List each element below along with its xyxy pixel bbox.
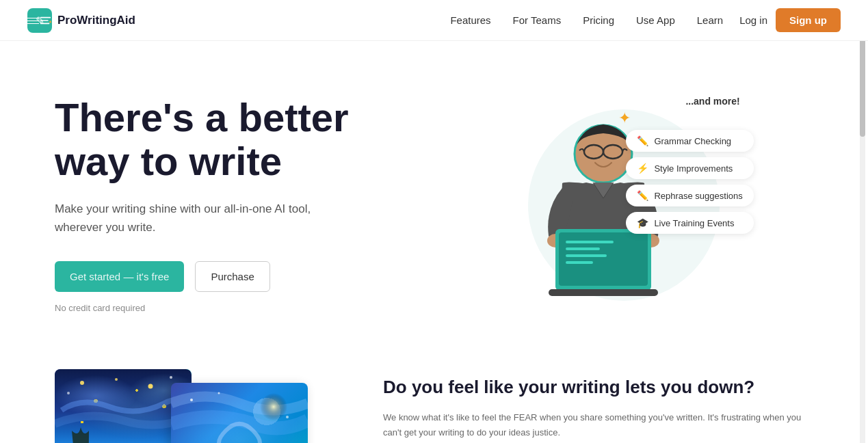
- logo-text: ProWritingAid: [57, 14, 135, 27]
- svg-rect-14: [566, 261, 593, 264]
- hero-title: There's a better way to write: [55, 96, 434, 183]
- nav-links: Features For Teams Pricing Use App Learn: [450, 14, 723, 26]
- feature-card-style-label: Style Improvements: [654, 163, 733, 174]
- svg-rect-12: [566, 247, 600, 250]
- svg-point-20: [67, 392, 70, 394]
- cta-primary-text: Get started: [70, 271, 120, 282]
- hero-illustration: ...and more! ✦: [494, 89, 754, 321]
- artwork-front-inner: [171, 383, 308, 443]
- svg-rect-11: [566, 241, 614, 243]
- svg-rect-13: [566, 254, 607, 257]
- star-badge: ✦: [618, 109, 631, 127]
- svg-rect-10: [559, 232, 648, 286]
- grammar-icon: ✏️: [637, 135, 648, 146]
- artwork-stack: My idea in my head: [55, 369, 301, 443]
- navbar: ProWritingAid Features For Teams Pricing…: [0, 0, 868, 41]
- login-button[interactable]: Log in: [739, 14, 767, 26]
- svg-rect-15: [549, 289, 658, 296]
- style-icon: ⚡: [637, 163, 648, 174]
- feature-card-style: ⚡ Style Improvements: [626, 157, 753, 179]
- nav-link-learn[interactable]: Learn: [697, 14, 723, 26]
- feature-card-training: 🎓 Live Training Events: [626, 212, 753, 234]
- svg-rect-0: [40, 16, 51, 18]
- feature-card-rephrase-label: Rephrase suggestions: [654, 191, 742, 201]
- hero-buttons: Get started — it's free Purchase: [55, 261, 434, 292]
- lower-left: My idea in my head: [55, 369, 328, 443]
- svg-point-23: [218, 392, 220, 394]
- feature-card-grammar: ✏️ Grammar Checking: [626, 130, 753, 152]
- get-started-button[interactable]: Get started — it's free: [55, 261, 184, 292]
- svg-point-21: [260, 393, 287, 420]
- lower-section: My idea in my head Do you feel like your…: [0, 355, 868, 443]
- lower-right: Do you feel like your writing lets you d…: [383, 369, 813, 440]
- rephrase-icon: ✏️: [637, 190, 648, 201]
- svg-point-24: [286, 416, 289, 418]
- feature-card-training-label: Live Training Events: [654, 218, 734, 228]
- svg-point-22: [190, 399, 193, 401]
- hero-right: ...and more! ✦: [434, 82, 814, 328]
- svg-point-16: [80, 381, 84, 385]
- section-text: We know what it's like to feel the FEAR …: [383, 410, 813, 440]
- feature-cards: ✏️ Grammar Checking ⚡ Style Improvements…: [626, 130, 753, 234]
- signup-button[interactable]: Sign up: [776, 8, 841, 32]
- svg-point-17: [115, 378, 118, 381]
- purchase-button[interactable]: Purchase: [195, 261, 269, 292]
- feature-card-grammar-label: Grammar Checking: [654, 136, 731, 146]
- hero-section: There's a better way to write Make your …: [0, 41, 868, 355]
- svg-point-18: [148, 384, 153, 389]
- svg-rect-2: [40, 23, 50, 24]
- section-title: Do you feel like your writing lets you d…: [383, 376, 813, 399]
- nav-link-use-app[interactable]: Use App: [636, 14, 675, 26]
- logo[interactable]: ProWritingAid: [27, 8, 135, 33]
- nav-link-for-teams[interactable]: For Teams: [513, 14, 562, 26]
- svg-rect-1: [40, 20, 49, 21]
- cta-suffix-text: — it's free: [123, 271, 169, 282]
- nav-link-pricing[interactable]: Pricing: [583, 14, 614, 26]
- and-more-label: ...and more!: [685, 96, 739, 107]
- hero-left: There's a better way to write Make your …: [55, 82, 434, 313]
- training-icon: 🎓: [637, 217, 648, 228]
- hero-subtitle: Make your writing shine with our all-in-…: [55, 200, 315, 237]
- svg-point-19: [170, 376, 172, 379]
- logo-icon: [27, 8, 52, 33]
- artwork-front: [171, 383, 308, 443]
- nav-link-features[interactable]: Features: [450, 14, 490, 26]
- feature-card-rephrase: ✏️ Rephrase suggestions: [626, 185, 753, 206]
- hero-note: No credit card required: [55, 303, 434, 313]
